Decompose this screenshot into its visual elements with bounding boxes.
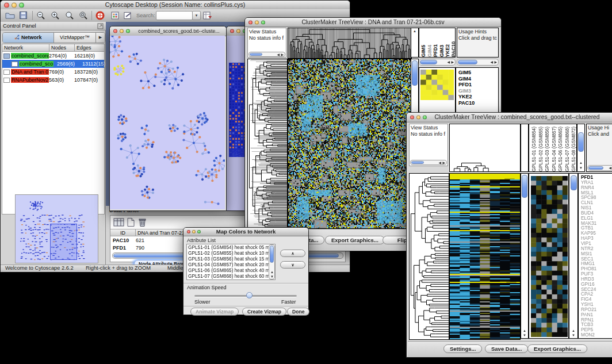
zoom-matrix-canvas[interactable] — [531, 176, 568, 337]
attribute-list-scrollbar[interactable]: ▲▼ — [269, 244, 275, 279]
gene-label[interactable]: GIM5 — [458, 70, 498, 76]
usage-hscrollbar[interactable]: ◀▶ — [457, 59, 499, 66]
close-icon[interactable] — [187, 230, 190, 233]
delete-attribute-button[interactable] — [138, 217, 147, 229]
zoom-window-icon[interactable] — [423, 116, 427, 120]
minimize-icon[interactable] — [120, 29, 124, 33]
zoom-out-button[interactable] — [36, 11, 45, 22]
gene-label[interactable]: PAC10 — [458, 100, 498, 106]
close-icon[interactable] — [230, 29, 234, 33]
gene-label[interactable]: YKE2 — [458, 94, 498, 100]
zoom-fit-button[interactable] — [79, 11, 88, 22]
create-vizmap-button[interactable]: Create Vizmap — [242, 308, 286, 316]
window-controls[interactable] — [4, 2, 24, 7]
network-overview-canvas[interactable] — [15, 194, 98, 263]
animate-vizmap-button[interactable]: Animate Vizmap — [190, 308, 239, 316]
column-dendrogram-canvas[interactable] — [450, 162, 520, 171]
column-tree-panel[interactable] — [449, 124, 521, 172]
tab-vizmapper[interactable]: VizMapper™ — [54, 33, 96, 43]
attribute-list-item[interactable]: GPL51-06 (GSM865) heat shock 40 min — [187, 267, 267, 273]
minimize-icon[interactable] — [255, 20, 259, 24]
attribute-list-item[interactable]: GPL51-03 (GSM856) heat shock 15 min — [187, 256, 267, 262]
float-panel-icon[interactable] — [97, 23, 104, 32]
zoom-labels-vscrollbar[interactable]: ▲▼ — [577, 124, 585, 172]
minimize-icon[interactable] — [416, 116, 420, 120]
view-status-scrollbar[interactable]: ◀▶ — [410, 160, 447, 165]
column-header-nodes[interactable]: Nodes — [49, 44, 75, 52]
column-dendrogram-canvas[interactable] — [288, 28, 412, 59]
network2-grid-canvas[interactable] — [229, 63, 246, 157]
dialog-titlebar[interactable]: Map Colors to Network — [183, 228, 308, 236]
row-dendrogram-canvas[interactable] — [409, 173, 449, 340]
network-table-row[interactable]: combined_scores_ 2764(0) 16218(0) — [2, 52, 104, 60]
gene-label[interactable]: GIM3 — [458, 88, 498, 94]
slider-thumb[interactable] — [246, 292, 253, 298]
gene-label[interactable]: MON2 — [581, 332, 612, 338]
view-status-scrollbar[interactable]: ◀▶ — [248, 52, 285, 57]
heatmap-vscrollbar[interactable]: ▲▼ — [521, 173, 529, 339]
save-session-button[interactable] — [19, 11, 28, 22]
heatmap-global-canvas[interactable] — [449, 173, 521, 340]
close-icon[interactable] — [113, 29, 117, 33]
minimize-icon[interactable] — [12, 2, 17, 7]
open-session-button[interactable] — [5, 11, 15, 22]
close-icon[interactable] — [248, 20, 253, 24]
tab-network[interactable]: Network — [3, 33, 54, 43]
attribute-list-item[interactable]: GPL51-07 (GSM868) heat shock 60 min — [187, 273, 267, 279]
tab-overflow-button[interactable]: ▶ — [96, 33, 105, 43]
network-table-row[interactable]: RNAPuberNov2+| 563(0) 107847(0) — [2, 76, 104, 84]
vizmapper-button[interactable] — [111, 12, 119, 22]
gene-label[interactable]: GIM4 — [458, 76, 498, 82]
zoom-selected-button[interactable] — [65, 11, 74, 22]
minimize-icon[interactable] — [236, 29, 240, 33]
main-titlebar[interactable]: Cytoscape Desktop (Session Name: collins… — [1, 1, 350, 10]
row-dendrogram-canvas[interactable] — [247, 59, 288, 229]
minimize-icon[interactable] — [192, 230, 196, 233]
treeview-dna-titlebar[interactable]: ClusterMaker TreeView : DNA and Tran 07-… — [245, 18, 501, 27]
zoom-hscrollbar[interactable]: ◀▶ — [419, 59, 456, 66]
zoom-in-button[interactable] — [51, 11, 60, 22]
zoom-matrix-canvas[interactable] — [420, 70, 454, 100]
network-row-edges: 16218(0) — [74, 53, 95, 59]
done-button[interactable]: Done — [287, 308, 309, 316]
attribute-list-item[interactable]: GPL51-04 (GSM857) heat shock 20 min — [187, 262, 267, 267]
attribute-select-button[interactable] — [113, 217, 124, 229]
attribute-listbox[interactable]: GPL51-01 (GSM854) heat shock 05 minGPL51… — [186, 244, 276, 280]
close-icon[interactable] — [410, 116, 414, 120]
help-button[interactable] — [95, 11, 105, 22]
zoom-window-icon[interactable] — [261, 20, 265, 24]
zoom-column-label: PAC10 — [452, 41, 457, 57]
treeview-button[interactable]: Export Graphics... — [325, 236, 385, 244]
column-header-edges[interactable]: Edges — [75, 44, 104, 52]
attribute-list-item[interactable]: GPL51-01 (GSM854) heat shock 05 min — [187, 244, 267, 250]
gene-label[interactable]: PFD1 — [458, 82, 498, 88]
data-column-id[interactable]: ID — [110, 229, 136, 236]
usage-hscrollbar[interactable]: ◀▶ — [587, 165, 612, 171]
zoom-window-icon[interactable] — [126, 29, 130, 33]
move-attribute-up-button[interactable]: ∧ — [280, 250, 305, 257]
zoom-window-icon[interactable] — [197, 230, 201, 233]
network-table-row[interactable]: combined_sco 2569(6) 13112(15) — [2, 60, 104, 68]
network-table-row[interactable]: DNA and Tran 07 769(0) 183728(0) — [2, 68, 104, 76]
close-icon[interactable] — [4, 2, 9, 7]
animation-speed-slider[interactable] — [194, 292, 297, 299]
search-dropdown-button[interactable]: ▼ — [192, 11, 201, 20]
search-input[interactable] — [156, 11, 193, 20]
column-header-network[interactable]: Network — [2, 44, 49, 52]
zoom-window-icon[interactable] — [19, 2, 24, 7]
zoom-vscrollbar[interactable]: ▲▼ — [569, 173, 578, 339]
treeview-combined-titlebar[interactable]: ClusterMaker TreeView : combined_scores_… — [407, 113, 612, 122]
treeview-button[interactable]: Export Graphics... — [527, 344, 587, 353]
new-attribute-button[interactable] — [127, 217, 135, 229]
heatmap-global-canvas[interactable] — [288, 59, 412, 229]
annotation-button[interactable] — [124, 12, 132, 22]
attribute-list-item[interactable]: GPL51-02 (GSM855) heat shock 10 min — [187, 250, 267, 256]
treeview-button[interactable]: Save Data... — [485, 344, 528, 353]
import-table-button[interactable] — [203, 11, 212, 22]
zoom-column-label: GIM3 — [439, 45, 445, 57]
zoom-scroll-strip[interactable]: ▲ — [411, 28, 419, 58]
network1-titlebar[interactable]: combined_scores_good.txt--cluste... — [110, 26, 226, 36]
treeview-button[interactable]: Settings... — [443, 344, 482, 353]
network-canvas[interactable] — [110, 36, 225, 209]
move-attribute-down-button[interactable]: ∨ — [280, 261, 305, 269]
